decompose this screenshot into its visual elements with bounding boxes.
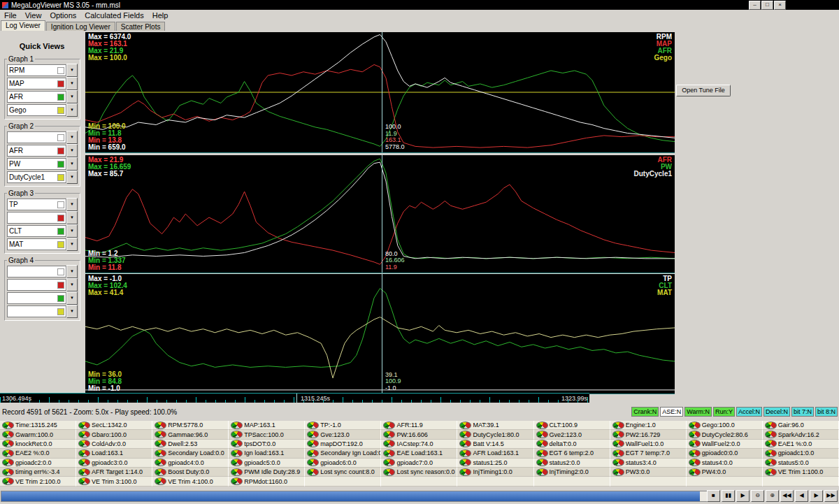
dropdown-arrow-icon[interactable]: ▼: [66, 211, 78, 224]
zoom-out-button[interactable]: ⊖: [751, 490, 764, 502]
gauge-label: InjTiming2:0.0: [550, 468, 589, 475]
dropdown-arrow-icon[interactable]: ▼: [66, 224, 78, 238]
tab-ignition-log-viewer[interactable]: Ignition Log Viewer: [46, 22, 115, 31]
channel-color-chip[interactable]: [57, 308, 64, 315]
gauge-dial-icon: [689, 431, 701, 438]
gauge: AFR Load:163.1: [457, 449, 533, 458]
channel-select[interactable]: PW: [7, 158, 66, 170]
channel-color-chip[interactable]: [57, 174, 64, 181]
channel-select[interactable]: CLT: [7, 225, 66, 237]
channel-color-chip[interactable]: [57, 241, 64, 248]
scrollbar-thumb[interactable]: [1, 491, 700, 501]
gauge: Time:1315.245: [0, 421, 76, 430]
channel-select[interactable]: [7, 266, 66, 278]
channel-select[interactable]: [7, 131, 66, 143]
gauge-dial-icon: [231, 459, 243, 466]
channel-color-chip[interactable]: [57, 282, 64, 289]
chart-graph2[interactable]: Max = 21.9Max = 16.659Max = 85.7Min = 1.…: [85, 155, 675, 273]
sidebar-group-graph-2: Graph 2▼AFR▼PW▼DutyCycle1▼: [4, 126, 80, 187]
menu-item-calculated-fields[interactable]: Calculated Fields: [80, 11, 148, 20]
chart-graph1[interactable]: Max = 6374.0Max = 163.1Max = 21.9Max = 1…: [85, 32, 675, 153]
gauge: [381, 477, 457, 486]
gauge-label: VE Trim 1:100.0: [778, 468, 824, 475]
tab-log-viewer[interactable]: Log Viewer: [1, 20, 45, 31]
maximize-button[interactable]: □: [761, 1, 773, 10]
menu-item-file[interactable]: File: [0, 11, 21, 20]
channel-color-chip[interactable]: [57, 228, 64, 235]
channel-select[interactable]: [7, 305, 66, 317]
channel-color-chip[interactable]: [57, 201, 64, 208]
channel-select[interactable]: RPM: [7, 64, 66, 76]
channel-color-chip[interactable]: [57, 215, 64, 222]
dropdown-arrow-icon[interactable]: ▼: [66, 171, 78, 184]
channel-select[interactable]: [7, 292, 66, 304]
chart-graph3[interactable]: Max = -1.0Max = 102.4Max = 41.4Min = 36.…: [85, 274, 675, 394]
channel-select-row: AFR▼: [7, 145, 78, 157]
channel-select[interactable]: AFR: [7, 145, 66, 157]
channel-select[interactable]: DutyCycle1: [7, 171, 66, 183]
horizontal-scrollbar[interactable]: [1, 491, 711, 502]
channel-select[interactable]: [7, 212, 66, 224]
channel-select[interactable]: AFR: [7, 91, 66, 103]
status-flag-accel: Accel:N: [736, 407, 762, 417]
dropdown-arrow-icon[interactable]: ▼: [66, 144, 78, 157]
dropdown-arrow-icon[interactable]: ▼: [66, 77, 78, 90]
channel-color-chip[interactable]: [57, 67, 64, 74]
timeline[interactable]: 1306.494s 1315.245s 1323.99s: [0, 393, 589, 403]
step-forward-button[interactable]: ▶: [810, 490, 823, 502]
step-back-button[interactable]: ◀: [795, 490, 808, 502]
channel-select[interactable]: [7, 279, 66, 291]
menu-item-view[interactable]: View: [21, 11, 46, 20]
channel-color-chip[interactable]: [57, 268, 64, 275]
menu-item-help[interactable]: Help: [148, 11, 173, 20]
channel-select-row: MAP▼: [7, 78, 78, 89]
channel-select[interactable]: MAP: [7, 78, 66, 89]
open-tune-file-button[interactable]: Open Tune File: [676, 85, 731, 96]
min-label: Min = 659.0: [88, 144, 126, 151]
cursor-values: 39.1100.9-1.0: [385, 372, 401, 392]
stop-button[interactable]: ■: [707, 490, 720, 502]
channel-color-chip[interactable]: [57, 80, 64, 87]
skip-back-button[interactable]: ◀◀: [780, 490, 794, 502]
dropdown-arrow-icon[interactable]: ▼: [66, 291, 78, 305]
zoom-in-button[interactable]: ⊕: [766, 490, 779, 502]
skip-forward-button[interactable]: ▶▶: [824, 490, 838, 502]
channel-select[interactable]: Gego: [7, 104, 66, 116]
channel-select[interactable]: MAT: [7, 238, 66, 250]
gauge-label: Batt V:14.5: [473, 440, 503, 447]
gauge: mapDOT:192.0: [305, 440, 381, 449]
gauge-label: EAE2 %:0.0: [15, 449, 50, 456]
gauge-label: PW3:0.0: [626, 468, 650, 475]
dropdown-arrow-icon[interactable]: ▼: [66, 157, 78, 171]
dropdown-arrow-icon[interactable]: ▼: [66, 238, 78, 251]
gauge-dial-icon: [689, 449, 701, 457]
channel-color-chip[interactable]: [57, 161, 64, 168]
dropdown-arrow-icon[interactable]: ▼: [66, 198, 78, 211]
dropdown-arrow-icon[interactable]: ▼: [66, 305, 78, 318]
channel-color-chip[interactable]: [57, 134, 64, 141]
gauge-dial-icon: [383, 468, 395, 476]
gauge-row: Gwarm:100.0Gbaro:100.0Gammae:96.0TPSacc:…: [0, 430, 839, 439]
channel-color-chip[interactable]: [57, 295, 64, 302]
gauge: knockRet:0.0: [0, 440, 76, 449]
minimize-button[interactable]: –: [749, 1, 761, 10]
gauge-dial-icon: [536, 431, 548, 438]
pause-button[interactable]: ▮▮: [722, 490, 735, 502]
gauge: status2:0.0: [534, 459, 610, 468]
tab-scatter-plots[interactable]: Scatter Plots: [116, 22, 166, 31]
channel-color-chip[interactable]: [57, 107, 64, 114]
channel-color-chip[interactable]: [57, 94, 64, 101]
dropdown-arrow-icon[interactable]: ▼: [66, 103, 78, 117]
channel-select[interactable]: TP: [7, 199, 66, 210]
dropdown-arrow-icon[interactable]: ▼: [66, 131, 78, 144]
channel-color-chip[interactable]: [57, 147, 64, 154]
sidebar-group-graph-3: Graph 3TP▼▼CLT▼MAT▼: [4, 193, 80, 254]
dropdown-arrow-icon[interactable]: ▼: [66, 278, 78, 291]
dropdown-arrow-icon[interactable]: ▼: [66, 64, 78, 77]
dropdown-arrow-icon[interactable]: ▼: [66, 90, 78, 103]
close-button[interactable]: ×: [774, 1, 786, 10]
gauge-label: status2:0.0: [550, 459, 580, 466]
dropdown-arrow-icon[interactable]: ▼: [66, 265, 78, 278]
play-button[interactable]: ▶: [736, 490, 750, 502]
menu-item-options[interactable]: Options: [45, 11, 80, 20]
